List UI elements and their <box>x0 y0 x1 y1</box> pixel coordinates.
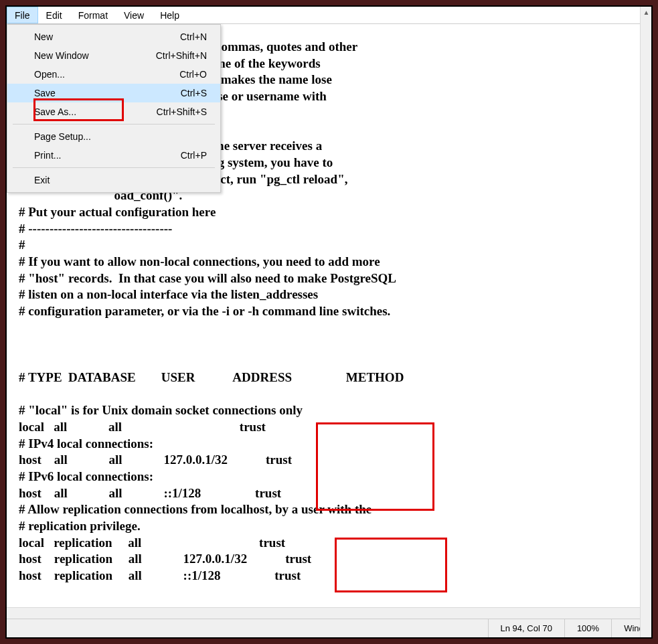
menubar-format[interactable]: Format <box>70 7 116 23</box>
menu-exit[interactable]: Exit <box>7 171 220 189</box>
status-zoom: 100% <box>564 619 611 637</box>
menu-item-label: Open... <box>34 69 65 80</box>
menu-page-setup[interactable]: Page Setup... <box>7 127 220 146</box>
notepad-window: File Edit Format View Help New Ctrl+N Ne… <box>5 5 653 639</box>
menubar-view[interactable]: View <box>116 7 152 23</box>
menu-item-label: New Window <box>34 50 89 61</box>
file-menu-dropdown: New Ctrl+N New Window Ctrl+Shift+N Open.… <box>7 24 221 193</box>
horizontal-scrollbar[interactable] <box>7 607 651 619</box>
menu-item-shortcut: Ctrl+P <box>181 150 207 161</box>
menu-item-label: New <box>34 31 53 42</box>
menu-separator <box>13 124 215 125</box>
menu-item-shortcut: Ctrl+Shift+S <box>157 106 207 117</box>
menu-open[interactable]: Open... Ctrl+O <box>7 65 220 84</box>
menu-item-label: Exit <box>34 175 50 185</box>
menu-print[interactable]: Print... Ctrl+P <box>7 146 220 165</box>
menu-new-window[interactable]: New Window Ctrl+Shift+N <box>7 46 220 65</box>
menu-save-as[interactable]: Save As... Ctrl+Shift+S <box>7 102 220 121</box>
menubar-help[interactable]: Help <box>152 7 187 23</box>
vertical-scrollbar[interactable]: ▲ <box>640 24 651 607</box>
menu-item-label: Print... <box>34 150 61 161</box>
menubar: File Edit Format View Help <box>7 7 651 24</box>
menubar-edit[interactable]: Edit <box>38 7 70 23</box>
menu-new[interactable]: New Ctrl+N <box>7 27 220 46</box>
menu-item-label: Page Setup... <box>34 131 91 142</box>
menu-item-label: Save <box>34 88 56 98</box>
menu-save[interactable]: Save Ctrl+S <box>7 84 220 102</box>
menu-item-shortcut: Ctrl+O <box>179 69 207 80</box>
menubar-file[interactable]: File <box>7 7 38 23</box>
status-position: Ln 94, Col 70 <box>488 619 564 637</box>
menu-item-shortcut: Ctrl+N <box>180 31 207 42</box>
statusbar: Ln 94, Col 70 100% Windo <box>7 619 651 637</box>
menu-item-shortcut: Ctrl+S <box>181 88 207 98</box>
menu-item-shortcut: Ctrl+Shift+N <box>156 50 207 61</box>
menu-item-label: Save As... <box>34 106 76 117</box>
menu-separator <box>13 167 215 168</box>
